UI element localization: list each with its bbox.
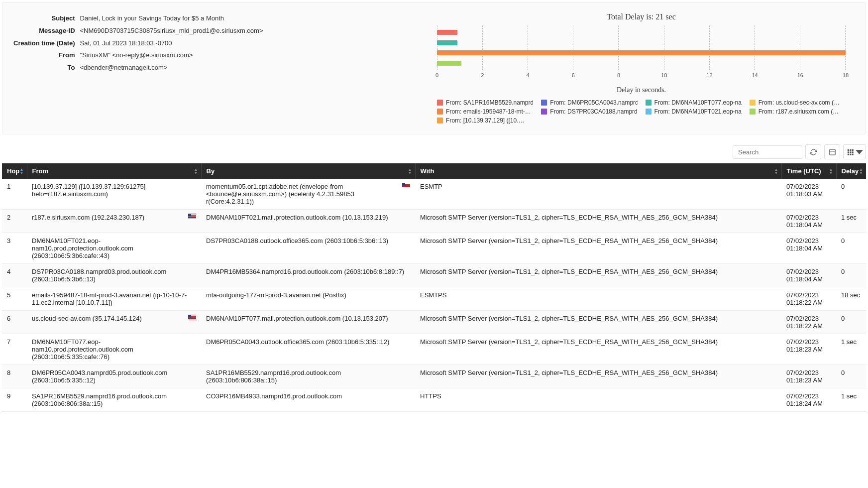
cell-with: Microsoft SMTP Server (version=TLS1_2, c…: [415, 233, 781, 264]
legend-item[interactable]: From: emails-1959487-18-mt-…: [437, 108, 533, 115]
search-input[interactable]: [733, 145, 802, 159]
cell-from: SA1PR16MB5529.namprd16.prod.outlook.com …: [27, 388, 201, 412]
legend-item[interactable]: From: [10.139.37.129] ([10.…: [437, 117, 533, 124]
cell-hop: 9: [2, 388, 27, 412]
svg-rect-7: [852, 151, 853, 153]
cell-from: DM6NAM10FT077.eop-nam10.prod.protection.…: [27, 334, 201, 365]
cell-delay: 0: [836, 233, 866, 264]
legend-label: From: DM6NAM10FT077.eop-nam…: [654, 99, 742, 106]
legend-item[interactable]: From: DM6NAM10FT021.eop-nam…: [646, 108, 742, 115]
legend-label: From: [10.139.37.129] ([10.…: [446, 117, 524, 124]
cell-time: 07/02/2023 01:18:22 AM: [781, 311, 836, 334]
toggle-view-button[interactable]: [824, 144, 840, 159]
cell-time: 07/02/2023 01:18:23 AM: [781, 334, 836, 365]
flag-us-icon: [402, 183, 410, 188]
cell-by: CO3PR16MB4933.namprd16.prod.outlook.com: [201, 388, 415, 412]
legend-item[interactable]: From: DS7PR03CA0188.namprd0…: [541, 108, 637, 115]
cell-from: DM6PR05CA0043.namprd05.prod.outlook.com …: [27, 365, 201, 388]
cell-with: Microsoft SMTP Server (version=TLS1_2, c…: [415, 334, 781, 365]
cell-hop: 4: [2, 264, 27, 287]
chart-bar: [437, 40, 457, 45]
cell-hop: 2: [2, 210, 27, 233]
table-row: 5emails-1959487-18-mt-prod-3.avanan.net …: [2, 287, 866, 311]
legend-swatch: [646, 109, 651, 115]
cell-from: DM6NAM10FT021.eop-nam10.prod.protection.…: [27, 233, 201, 264]
cell-delay: 1 sec: [836, 388, 866, 412]
label-message-id: Message-ID: [13, 26, 79, 37]
value-message-id: <NM690D3703715C30875siriusx_mid_prod1@e.…: [80, 26, 267, 37]
col-header-from[interactable]: From▲▼: [27, 163, 201, 179]
cell-by: DM6PR05CA0043.outlook.office365.com (260…: [201, 334, 415, 365]
label-subject: Subject: [13, 13, 79, 25]
cell-by: DM4PR16MB5364.namprd16.prod.outlook.com …: [201, 264, 415, 287]
table-row: 2r187.e.siriusxm.com (192.243.230.187)DM…: [2, 210, 866, 233]
table-row: 7DM6NAM10FT077.eop-nam10.prod.protection…: [2, 334, 866, 365]
cell-hop: 7: [2, 334, 27, 365]
cell-from: DS7PR03CA0188.namprd03.prod.outlook.com …: [27, 264, 201, 287]
cell-hop: 3: [2, 233, 27, 264]
svg-rect-2: [847, 149, 849, 150]
table-row: 9SA1PR16MB5529.namprd16.prod.outlook.com…: [2, 388, 866, 412]
value-subject: Daniel, Lock in your Savings Today for $…: [80, 13, 267, 25]
svg-rect-9: [850, 153, 851, 155]
cell-time: 07/02/2023 01:18:04 AM: [781, 264, 836, 287]
cell-delay: 0: [836, 179, 866, 210]
cell-by: momentum05.or1.cpt.adobe.net (envelope-f…: [201, 179, 415, 210]
x-tick: 8: [617, 72, 620, 78]
legend-label: From: us.cloud-sec-av.com (…: [759, 99, 840, 106]
svg-rect-5: [847, 151, 849, 153]
table-row: 8DM6PR05CA0043.namprd05.prod.outlook.com…: [2, 365, 866, 388]
legend-label: From: emails-1959487-18-mt-…: [446, 108, 531, 115]
cell-with: Microsoft SMTP Server (version=TLS1_2, c…: [415, 264, 781, 287]
legend-swatch: [437, 100, 443, 106]
cell-hop: 6: [2, 311, 27, 334]
table-row: 3DM6NAM10FT021.eop-nam10.prod.protection…: [2, 233, 866, 264]
col-header-by[interactable]: By▲▼: [201, 163, 415, 179]
value-to: <dbender@netmanageit.com>: [80, 63, 267, 74]
email-metadata: SubjectDaniel, Lock in your Savings Toda…: [12, 12, 417, 124]
cell-time: 07/02/2023 01:18:24 AM: [781, 388, 836, 412]
legend-label: From: DM6NAM10FT021.eop-nam…: [654, 108, 742, 115]
cell-time: 07/02/2023 01:18:04 AM: [781, 233, 836, 264]
legend-label: From: SA1PR16MB5529.namprd1…: [446, 99, 533, 106]
legend-item[interactable]: From: DM6PR05CA0043.namprd0…: [541, 99, 637, 106]
cell-hop: 1: [2, 179, 27, 210]
x-tick: 4: [526, 72, 529, 78]
caret-down-icon: [856, 148, 863, 156]
legend-item[interactable]: From: SA1PR16MB5529.namprd1…: [437, 99, 533, 106]
flag-us-icon: [188, 214, 196, 219]
col-header-hop[interactable]: Hop▲▼: [2, 163, 27, 179]
cell-delay: 0: [836, 311, 866, 334]
legend-swatch: [541, 100, 547, 106]
legend-item[interactable]: From: r187.e.siriusxm.com (…: [750, 108, 846, 115]
hops-table: Hop▲▼ From▲▼ By▲▼ With▲▼ Time (UTC)▲▼ De…: [2, 163, 866, 412]
cell-time: 07/02/2023 01:18:04 AM: [781, 210, 836, 233]
value-from: "SiriusXM" <no-reply@e.siriusxm.com>: [80, 50, 267, 62]
legend-label: From: DS7PR03CA0188.namprd0…: [550, 108, 637, 115]
cell-time: 07/02/2023 01:18:23 AM: [781, 365, 836, 388]
header-panel: SubjectDaniel, Lock in your Savings Toda…: [2, 2, 866, 134]
x-tick: 12: [706, 72, 712, 78]
table-row: 4DS7PR03CA0188.namprd03.prod.outlook.com…: [2, 264, 866, 287]
x-tick: 18: [843, 72, 849, 78]
label-to: To: [13, 63, 79, 74]
svg-rect-3: [850, 149, 851, 150]
x-tick: 10: [661, 72, 667, 78]
col-header-delay[interactable]: Delay▲▼: [836, 163, 866, 179]
cell-with: HTTPS: [415, 388, 781, 412]
x-tick: 6: [572, 72, 575, 78]
columns-button[interactable]: [843, 144, 866, 159]
legend-item[interactable]: From: us.cloud-sec-av.com (…: [750, 99, 846, 106]
cell-from: emails-1959487-18-mt-prod-3.avanan.net (…: [27, 287, 201, 311]
chart-bar: [437, 30, 457, 35]
table-row: 1[10.139.37.129] ([10.139.37.129:61275] …: [2, 179, 866, 210]
col-header-time[interactable]: Time (UTC)▲▼: [781, 163, 836, 179]
svg-rect-10: [852, 153, 853, 155]
legend-swatch: [646, 100, 651, 106]
legend-item[interactable]: From: DM6NAM10FT077.eop-nam…: [646, 99, 742, 106]
chart-title: Total Delay is: 21 sec: [427, 12, 856, 21]
col-header-with[interactable]: With▲▼: [415, 163, 781, 179]
cell-with: ESMTPS: [415, 287, 781, 311]
refresh-button[interactable]: [805, 144, 821, 159]
cell-delay: 0: [836, 264, 866, 287]
